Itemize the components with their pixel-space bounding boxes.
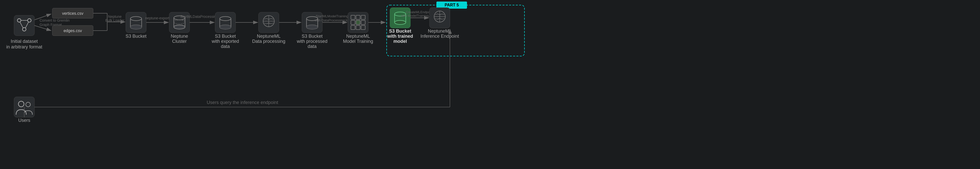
- svg-text:NeptuneML: NeptuneML: [346, 34, 370, 39]
- svg-point-49: [220, 25, 231, 29]
- svg-text:CreateMLEndpoint: CreateMLEndpoint: [406, 10, 434, 14]
- svg-text:S3 Bucket: S3 Bucket: [215, 34, 236, 39]
- svg-text:neptune-export: neptune-export: [145, 16, 169, 20]
- svg-text:S3 Bucket: S3 Bucket: [389, 28, 411, 34]
- svg-rect-25: [126, 12, 146, 33]
- svg-text:Inference Endpoint: Inference Endpoint: [420, 34, 459, 39]
- svg-text:with processed: with processed: [297, 39, 328, 44]
- svg-rect-78: [356, 21, 360, 24]
- svg-text:Users query the inference endp: Users query the inference endpoint: [207, 100, 278, 105]
- svg-text:S3 Bucket: S3 Bucket: [302, 34, 323, 39]
- svg-text:vertices.csv: vertices.csv: [62, 11, 83, 16]
- svg-text:Cluster: Cluster: [172, 39, 186, 44]
- svg-text:in arbitrary format: in arbitrary format: [6, 44, 42, 49]
- svg-point-30: [130, 25, 142, 29]
- svg-text:edges.csv: edges.csv: [64, 28, 82, 33]
- svg-text:with trained: with trained: [387, 34, 413, 39]
- diagram-container: Initial dataset in arbitrary format Conv…: [0, 0, 980, 169]
- pipeline-svg: Initial dataset in arbitrary format Conv…: [0, 0, 980, 169]
- svg-text:with exported: with exported: [211, 39, 239, 44]
- svg-text:Neptune: Neptune: [108, 14, 122, 19]
- svg-text:data: data: [221, 44, 230, 49]
- svg-text:Users: Users: [18, 118, 30, 123]
- svg-text:PART 5: PART 5: [445, 3, 459, 7]
- svg-text:S3 Bucket: S3 Bucket: [126, 34, 146, 39]
- svg-text:Data processing: Data processing: [252, 39, 285, 44]
- svg-text:Initial dataset: Initial dataset: [11, 39, 38, 44]
- svg-rect-2: [14, 15, 35, 36]
- svg-text:Bulk Loader: Bulk Loader: [105, 18, 124, 22]
- svg-text:Convert to Gremlin: Convert to Gremlin: [40, 18, 69, 22]
- svg-point-93: [395, 21, 406, 24]
- svg-text:NeptuneML: NeptuneML: [257, 34, 280, 39]
- svg-text:Neptune: Neptune: [171, 34, 188, 39]
- svg-point-38: [174, 25, 185, 29]
- svg-text:NeptuneML: NeptuneML: [428, 28, 452, 34]
- svg-point-66: [307, 25, 318, 29]
- svg-text:data: data: [307, 44, 317, 49]
- svg-text:Model Training: Model Training: [343, 39, 373, 44]
- svg-rect-44: [215, 12, 235, 33]
- svg-text:model: model: [393, 39, 407, 44]
